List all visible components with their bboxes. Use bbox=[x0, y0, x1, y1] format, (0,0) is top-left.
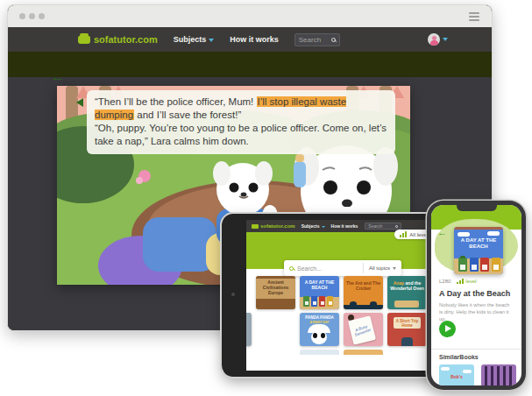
nav-subjects[interactable]: Subjects bbox=[301, 223, 325, 229]
phone-screen: ← A Day at the Beach L280 level A Day at… bbox=[431, 205, 521, 385]
book-description: Nobody likes it when the beach is dirty.… bbox=[439, 301, 514, 322]
window-dot[interactable] bbox=[39, 13, 45, 19]
search-input[interactable]: Search bbox=[365, 223, 401, 230]
book-title: A Day at the Beach bbox=[439, 289, 510, 298]
story-text: and I’ll save the forest!” bbox=[134, 110, 241, 120]
notepad-art: A Busy Semester bbox=[348, 315, 376, 344]
book-cover-panda-panda[interactable]: Panda Panda A Rainy Day bbox=[300, 313, 339, 346]
search-icon[interactable] bbox=[331, 38, 336, 42]
similar-book-forest[interactable] bbox=[481, 364, 516, 385]
sofa-logo-icon bbox=[252, 224, 259, 229]
divider bbox=[431, 349, 521, 350]
cloud-art bbox=[487, 231, 500, 236]
nav-how-it-works[interactable]: How it works bbox=[230, 35, 279, 44]
library-search-bar[interactable]: Search... All topics bbox=[284, 260, 401, 276]
window-dot[interactable] bbox=[29, 13, 35, 19]
nav-subjects[interactable]: Subjects bbox=[174, 35, 215, 44]
browser-menu-icon[interactable] bbox=[469, 12, 479, 21]
book-meta: L280 level bbox=[439, 279, 477, 284]
sofatutor-logo[interactable]: sofatutor.com bbox=[252, 223, 295, 229]
camera-dot bbox=[231, 293, 235, 296]
level-code: L280 bbox=[439, 279, 450, 284]
search-icon bbox=[395, 225, 398, 228]
chevron-down-icon bbox=[322, 226, 325, 228]
search-placeholder: Search bbox=[299, 36, 321, 44]
book-cover-anap-wonderful-oven[interactable]: Anap and the Wonderful Oven bbox=[387, 276, 427, 309]
book-cover-sherlock-hound[interactable] bbox=[246, 313, 252, 346]
level-steps-icon bbox=[400, 231, 407, 237]
similar-books-heading: SimilarBooks bbox=[439, 354, 479, 360]
book-cover-day-at-the-beach[interactable]: A Day at the Beach bbox=[300, 276, 339, 309]
play-button[interactable] bbox=[439, 321, 456, 337]
phone-book-cover[interactable]: A Day at the Beach bbox=[454, 227, 503, 274]
panda-art bbox=[311, 330, 327, 344]
marketing-composite: sofatutor.com Subjects How it works Sear… bbox=[0, 0, 532, 396]
chevron-down-icon bbox=[209, 39, 214, 42]
user-menu[interactable] bbox=[428, 33, 448, 46]
tablet-screen: sofatutor.com Subjects How it works Sear… bbox=[246, 220, 441, 371]
tablet-device: sofatutor.com Subjects How it works Sear… bbox=[222, 214, 444, 377]
site-navbar: sofatutor.com Subjects How it works Sear… bbox=[8, 27, 492, 52]
window-dot[interactable] bbox=[19, 13, 25, 19]
window-controls[interactable] bbox=[19, 13, 45, 19]
book-cover-busy-semester[interactable]: A Busy Semester bbox=[344, 313, 383, 346]
topics-dropdown[interactable]: All topics bbox=[363, 263, 401, 273]
story-text: “Then I’ll be the police officer, Mum! bbox=[95, 96, 257, 107]
character-art bbox=[401, 337, 413, 346]
cloud-art bbox=[458, 232, 470, 237]
book-cover-partial[interactable] bbox=[300, 350, 339, 355]
phone-device: ← A Day at the Beach L280 level A Day at… bbox=[427, 201, 526, 390]
dimmed-hero-band bbox=[8, 52, 492, 77]
avatar[interactable] bbox=[428, 33, 440, 46]
level-steps-icon bbox=[457, 279, 464, 284]
book-cover-ancient-civilisations[interactable]: Ancient Civilisations Europe bbox=[256, 276, 295, 309]
book-cover-partial[interactable] bbox=[344, 350, 383, 355]
similar-book-bobs[interactable]: Bob’s bbox=[439, 364, 474, 385]
chevron-down-icon bbox=[393, 267, 396, 270]
search-icon bbox=[289, 266, 294, 271]
browser-chrome bbox=[8, 5, 492, 27]
chevron-down-icon bbox=[443, 38, 448, 41]
story-text: “Oh, puppy. You’re too young to be a pol… bbox=[95, 123, 387, 146]
back-arrow-icon[interactable]: ← bbox=[51, 70, 65, 84]
nav-how-it-works[interactable]: How it works bbox=[331, 223, 358, 229]
phone-notch bbox=[457, 205, 497, 211]
recycling-bins-art bbox=[458, 258, 500, 272]
search-input[interactable]: Search bbox=[294, 33, 340, 46]
recycling-bins-art bbox=[303, 296, 333, 307]
sofatutor-logo[interactable]: sofatutor.com bbox=[78, 34, 158, 45]
book-cover-short-trip-home[interactable]: A Short Trip Home bbox=[387, 313, 427, 346]
story-text-box: “Then I’ll be the police officer, Mum! I… bbox=[87, 90, 395, 154]
play-previous-icon[interactable] bbox=[76, 98, 83, 107]
logo-text: sofatutor.com bbox=[94, 34, 158, 45]
similar-books-row: Bob’s bbox=[439, 364, 516, 385]
rickshaw-art bbox=[394, 301, 419, 308]
back-arrow-icon[interactable]: ← bbox=[437, 228, 447, 237]
level-indicator: level bbox=[457, 279, 476, 284]
book-cover-ant-and-cricket[interactable]: The Ant and The Cricket bbox=[344, 276, 383, 309]
sofa-logo-icon bbox=[78, 36, 90, 44]
book-grid: Ancient Civilisations Europe A Day at th… bbox=[246, 276, 441, 371]
